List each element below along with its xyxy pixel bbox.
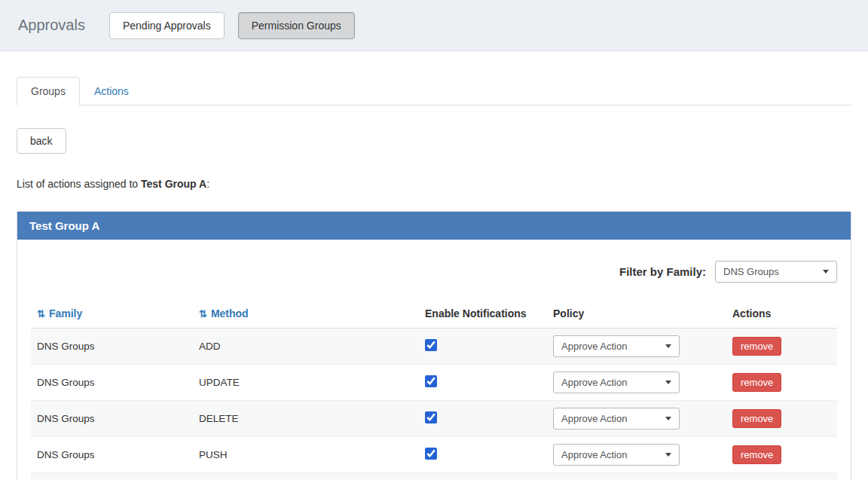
actions-cell: remove: [726, 473, 837, 480]
tab-bar: Groups Actions: [17, 77, 851, 105]
chevron-down-icon: [665, 344, 671, 348]
policy-select[interactable]: Approve Action: [553, 371, 680, 393]
filter-by-family-label: Filter by Family:: [619, 265, 706, 278]
assigned-actions-text: List of actions assigned to Test Group A…: [17, 178, 851, 190]
assigned-group-name: Test Group A: [141, 178, 206, 190]
policy-select[interactable]: Approve Action: [553, 444, 680, 466]
policy-select-value: Approve Action: [561, 377, 627, 388]
tab-groups[interactable]: Groups: [17, 77, 80, 105]
family-cell: DNS Groups: [31, 401, 193, 437]
family-cell: DNS Groups: [31, 437, 193, 473]
actions-cell: remove: [726, 401, 837, 437]
remove-button[interactable]: remove: [732, 337, 781, 356]
column-header-actions: Actions: [726, 299, 837, 329]
method-cell: PUSH: [193, 437, 419, 473]
column-header-policy: Policy: [547, 299, 726, 329]
enable-notifications-checkbox[interactable]: [425, 339, 437, 351]
table-row: DNS GroupsDELETEApprove Actionremove: [31, 401, 837, 437]
main-content: Groups Actions back List of actions assi…: [0, 77, 868, 480]
family-filter-value: DNS Groups: [723, 266, 779, 277]
policy-select-value: Approve Action: [561, 341, 627, 352]
method-header-label: Method: [211, 307, 249, 319]
family-cell: DNS Groups: [31, 473, 193, 480]
policy-cell: Approve Action: [547, 365, 726, 401]
chevron-down-icon: [823, 270, 829, 274]
column-header-notifications: Enable Notifications: [419, 299, 547, 329]
column-header-method[interactable]: ⇅Method: [193, 299, 419, 329]
family-cell: DNS Groups: [31, 365, 193, 401]
method-cell: BULKMOVEZONES: [193, 473, 419, 480]
table-row: DNS GroupsADDApprove Actionremove: [31, 329, 837, 365]
remove-button[interactable]: remove: [732, 373, 781, 392]
table-row: DNS GroupsUPDATEApprove Actionremove: [31, 365, 837, 401]
actions-table: ⇅Family ⇅Method Enable Notifications Pol…: [31, 299, 837, 480]
actions-cell: remove: [726, 437, 837, 473]
chevron-down-icon: [665, 417, 671, 420]
actions-cell: remove: [726, 365, 837, 401]
assigned-text-suffix: :: [206, 178, 209, 190]
top-bar: Approvals Pending Approvals Permission G…: [0, 0, 868, 51]
notifications-cell: [419, 473, 547, 480]
permission-groups-button[interactable]: Permission Groups: [238, 12, 355, 39]
remove-button[interactable]: remove: [732, 445, 781, 464]
method-cell: UPDATE: [193, 365, 419, 401]
remove-button[interactable]: remove: [732, 409, 781, 428]
group-panel: Test Group A Filter by Family: DNS Group…: [17, 211, 851, 480]
policy-select[interactable]: Approve Action: [553, 408, 680, 430]
panel-body: Filter by Family: DNS Groups ⇅Family ⇅Me…: [17, 240, 851, 480]
sort-icon: ⇅: [199, 308, 207, 319]
tab-actions[interactable]: Actions: [80, 77, 143, 105]
notifications-cell: [419, 329, 547, 365]
panel-title: Test Group A: [17, 212, 851, 240]
method-cell: DELETE: [193, 401, 419, 437]
notifications-cell: [419, 365, 547, 401]
method-cell: ADD: [193, 329, 419, 365]
assigned-text-prefix: List of actions assigned to: [17, 178, 141, 190]
back-button[interactable]: back: [17, 128, 66, 154]
actions-cell: remove: [726, 329, 837, 365]
pending-approvals-button[interactable]: Pending Approvals: [109, 12, 225, 39]
enable-notifications-checkbox[interactable]: [425, 411, 437, 423]
column-header-family[interactable]: ⇅Family: [31, 299, 193, 329]
enable-notifications-checkbox[interactable]: [425, 448, 437, 460]
policy-cell: Approve Action: [547, 473, 726, 480]
policy-select-value: Approve Action: [561, 413, 627, 424]
enable-notifications-checkbox[interactable]: [425, 375, 437, 387]
family-filter-select[interactable]: DNS Groups: [715, 261, 837, 283]
policy-cell: Approve Action: [547, 401, 726, 437]
family-cell: DNS Groups: [31, 329, 193, 365]
table-header-row: ⇅Family ⇅Method Enable Notifications Pol…: [31, 299, 837, 329]
policy-cell: Approve Action: [547, 329, 726, 365]
notifications-cell: [419, 401, 547, 437]
notifications-cell: [419, 437, 547, 473]
actions-table-body: DNS GroupsADDApprove ActionremoveDNS Gro…: [31, 329, 837, 480]
chevron-down-icon: [665, 381, 671, 384]
chevron-down-icon: [665, 453, 671, 457]
table-row: DNS GroupsPUSHApprove Actionremove: [31, 437, 837, 473]
family-header-label: Family: [49, 307, 82, 319]
policy-cell: Approve Action: [547, 437, 726, 473]
filter-row: Filter by Family: DNS Groups: [31, 261, 837, 283]
sort-icon: ⇅: [37, 308, 45, 319]
table-row: DNS GroupsBULKMOVEZONESApprove Actionrem…: [31, 473, 837, 480]
page-title: Approvals: [18, 17, 85, 34]
policy-select[interactable]: Approve Action: [553, 335, 680, 357]
policy-select-value: Approve Action: [561, 449, 627, 460]
